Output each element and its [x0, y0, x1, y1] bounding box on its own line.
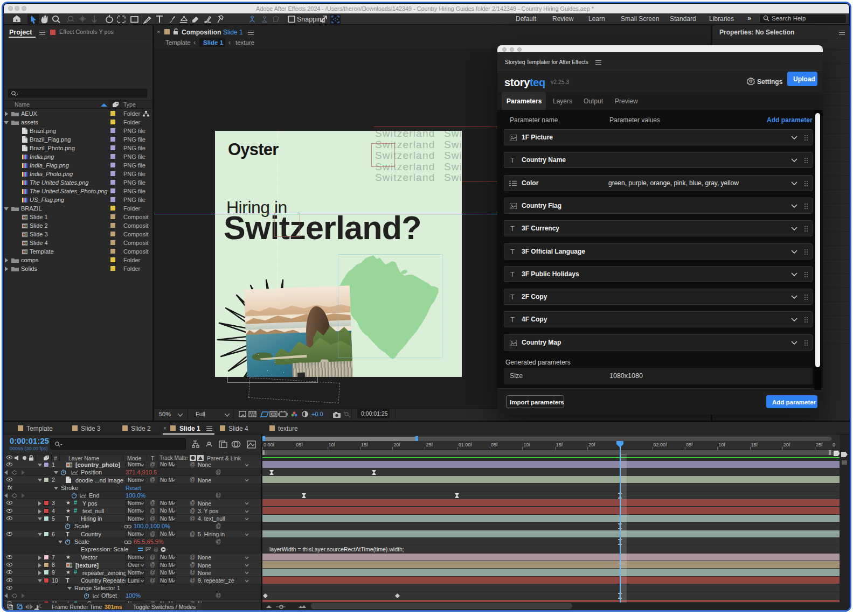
svg-text:+0.0: +0.0	[311, 411, 323, 417]
svg-text:@: @	[154, 547, 158, 552]
svg-text:Snapping: Snapping	[297, 16, 325, 24]
